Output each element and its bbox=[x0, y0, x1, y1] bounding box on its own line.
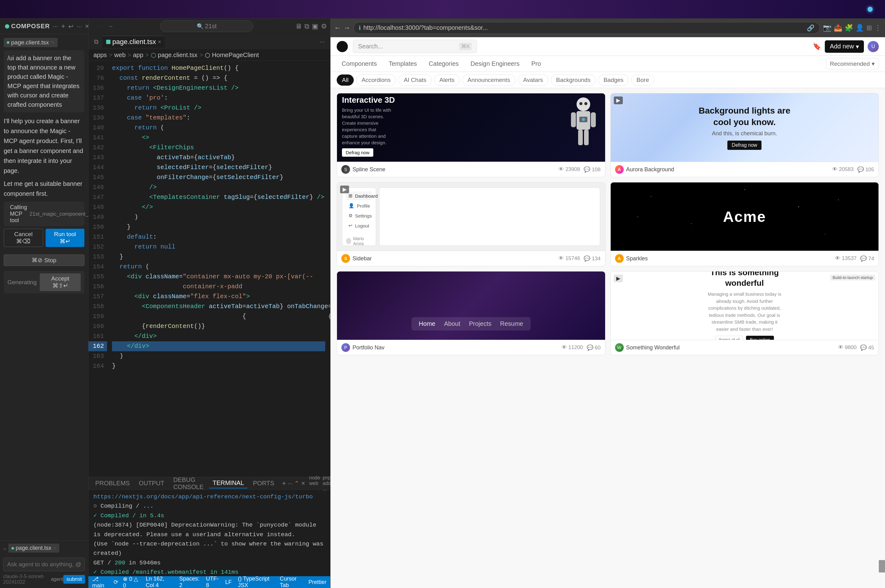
nav-forward-button[interactable]: → bbox=[106, 21, 115, 32]
sidebar-toggle-btn[interactable]: ⊞ bbox=[866, 24, 872, 32]
browser-forward-btn[interactable]: → bbox=[344, 24, 350, 32]
card2-demo-btn[interactable]: Defrag now bbox=[728, 141, 762, 150]
tab-page-client[interactable]: page.client.tsx × bbox=[102, 36, 165, 48]
ai-response-2: Let me get a suitable banner component f… bbox=[4, 179, 84, 199]
split-view-icon[interactable]: ⧉ bbox=[304, 22, 309, 30]
profile-btn[interactable]: 👤 bbox=[855, 24, 864, 32]
bookmark-button[interactable]: 🔖 bbox=[813, 42, 821, 51]
tab-more-btn[interactable]: ··· bbox=[317, 38, 327, 45]
chip-all[interactable]: All bbox=[337, 75, 354, 86]
run-tool-button[interactable]: Run tool ⌘↵ bbox=[46, 229, 84, 247]
extensions-btn[interactable]: 🧩 bbox=[844, 24, 853, 32]
chip-avatars[interactable]: Avatars bbox=[518, 75, 548, 86]
svg-rect-5 bbox=[584, 130, 589, 145]
git-branch[interactable]: ⎇ main bbox=[92, 576, 109, 588]
star7 bbox=[838, 200, 839, 200]
nav-design-engineers[interactable]: Design Engineers bbox=[465, 58, 524, 70]
video-badge-2: ▶ bbox=[614, 96, 623, 104]
terminal-more-btn[interactable]: ··· bbox=[288, 480, 293, 487]
card6-secondary-btn[interactable]: Arena at el bbox=[715, 336, 743, 340]
nav-categories[interactable]: Categories bbox=[424, 58, 464, 70]
component-search[interactable]: Search... ⌘K bbox=[353, 40, 477, 53]
code-editor[interactable]: 20 76 136 137 138 139 140 141 142 143 14… bbox=[88, 61, 330, 477]
sync-btn[interactable]: ⟳ bbox=[114, 579, 118, 585]
language-mode[interactable]: () TypeScript JSX bbox=[238, 576, 274, 588]
error-count[interactable]: ⊗ 0 △ 0 bbox=[123, 576, 140, 588]
chip-ai-chats[interactable]: AI Chats bbox=[398, 75, 432, 86]
composer-add-btn[interactable]: + bbox=[61, 22, 65, 30]
stop-button[interactable]: ⌘⊘ Stop bbox=[4, 255, 84, 266]
nav-back-button[interactable]: ← bbox=[94, 21, 104, 32]
composer-menu-btn[interactable]: ··· bbox=[53, 22, 58, 30]
chip-announcements[interactable]: Announcements bbox=[462, 75, 515, 86]
node-terminal-btn[interactable]: node web bbox=[309, 475, 320, 492]
composer-panel: COMPOSER ··· + ↩ ··· × page.client.tsx ✎… bbox=[0, 19, 88, 588]
cursor-position[interactable]: Ln 162, Col 4 bbox=[146, 576, 173, 588]
terminal-content[interactable]: https://nextjs.org/docs/app/api-referenc… bbox=[88, 490, 330, 576]
composer-more-btn[interactable]: ··· bbox=[76, 22, 82, 30]
layout-icon[interactable]: ▣ bbox=[312, 22, 318, 30]
share-btn[interactable]: 📤 bbox=[834, 24, 842, 32]
composer-history-btn[interactable]: ↩ bbox=[68, 22, 74, 30]
settings-icon[interactable]: ⚙ bbox=[321, 22, 327, 30]
screenshot-btn[interactable]: 📷 bbox=[823, 24, 831, 32]
svg-rect-3 bbox=[591, 112, 596, 127]
code-content[interactable]: export function HomePageClient() { const… bbox=[107, 61, 330, 477]
portfolio-home: Home bbox=[419, 320, 435, 327]
spaces-indicator[interactable]: Spaces: 2 bbox=[179, 576, 200, 588]
browser-url-bar[interactable]: ℹ http://localhost:3000/?tab=components&… bbox=[354, 22, 820, 34]
user-avatar[interactable]: U bbox=[868, 41, 879, 52]
tab-problems[interactable]: PROBLEMS bbox=[92, 478, 134, 488]
nav-pro[interactable]: Pro bbox=[526, 58, 546, 70]
chip-bore[interactable]: Bore bbox=[631, 75, 654, 86]
card-5-stats: 👁 11200 💬 60 bbox=[562, 344, 601, 351]
comment-count-3: 💬 134 bbox=[584, 255, 600, 262]
card-portfolio: Home About Projects Resume P Portfolio N… bbox=[337, 271, 605, 355]
agent-input[interactable] bbox=[3, 558, 85, 571]
add-new-button[interactable]: Add new ▾ bbox=[825, 40, 864, 53]
tab-close-btn[interactable]: × bbox=[158, 39, 161, 45]
nav-components[interactable]: Components bbox=[337, 58, 382, 70]
video-badge-3: ▶ bbox=[340, 186, 349, 193]
cancel-button[interactable]: Cancel ⌘⌫ bbox=[4, 229, 43, 247]
nav-templates[interactable]: Templates bbox=[384, 58, 422, 70]
editor-search[interactable]: 🔍 21st bbox=[160, 21, 253, 32]
terminal-hide-btn[interactable]: ⌃ bbox=[294, 480, 300, 487]
accept-button[interactable]: Accept ⌘⇧↵ bbox=[40, 273, 81, 291]
card-4-author: Sparkles bbox=[626, 255, 833, 262]
encoding-indicator[interactable]: UTF-8 bbox=[206, 576, 219, 588]
card2-title: Background lights arecool you know. bbox=[699, 105, 790, 128]
tab-terminal[interactable]: TERMINAL bbox=[209, 478, 248, 488]
svg-rect-4 bbox=[578, 130, 583, 145]
wonderful-author-avatar: W bbox=[615, 343, 624, 352]
tab-ports[interactable]: PORTS bbox=[249, 478, 278, 488]
eol-indicator[interactable]: LF bbox=[225, 579, 232, 585]
cursor-tab-indicator[interactable]: Cursor Tab bbox=[280, 576, 302, 588]
bookmark-icon[interactable]: 🔗 bbox=[807, 24, 814, 32]
recommended-dropdown[interactable]: Recommended ▾ bbox=[826, 58, 879, 69]
split-panel-icon[interactable]: ⧉ bbox=[92, 38, 101, 45]
submit-button[interactable]: submit bbox=[63, 575, 85, 584]
menu-btn[interactable]: ⋮ bbox=[874, 24, 881, 32]
prettier-indicator[interactable]: Prettier bbox=[309, 579, 327, 585]
chip-badges[interactable]: Badges bbox=[598, 75, 628, 86]
chip-accordions[interactable]: Accordions bbox=[356, 75, 396, 86]
composer-file-chip[interactable]: page.client.tsx ✎ bbox=[4, 38, 58, 47]
editor-view-btns: 🖥 ⧉ ▣ ⚙ bbox=[295, 22, 327, 30]
tab-output[interactable]: OUTPUT bbox=[135, 478, 168, 488]
robot-illustration bbox=[566, 95, 600, 152]
tab-debug-console[interactable]: DEBUG CONSOLE bbox=[170, 475, 207, 492]
chip-backgrounds[interactable]: Backgrounds bbox=[551, 75, 596, 86]
card1-demo-btn[interactable]: Defrag now bbox=[342, 148, 373, 157]
composer-title: COMPOSER bbox=[11, 22, 50, 30]
browser-back-btn[interactable]: ← bbox=[334, 24, 341, 32]
monitor-icon[interactable]: 🖥 bbox=[295, 22, 302, 30]
new-terminal-btn[interactable]: + bbox=[282, 479, 286, 488]
terminal-close-btn[interactable]: × bbox=[301, 479, 305, 488]
composer-body: page.client.tsx ✎ /ui add a banner on th… bbox=[0, 34, 88, 540]
footer-file-chip[interactable]: page.client.tsx × bbox=[8, 544, 59, 553]
card-2-author: Aurora Background bbox=[626, 166, 830, 173]
card6-primary-btn[interactable]: Buy action bbox=[746, 336, 774, 340]
comment-count-5: 💬 60 bbox=[587, 344, 601, 351]
chip-alerts[interactable]: Alerts bbox=[434, 75, 460, 86]
